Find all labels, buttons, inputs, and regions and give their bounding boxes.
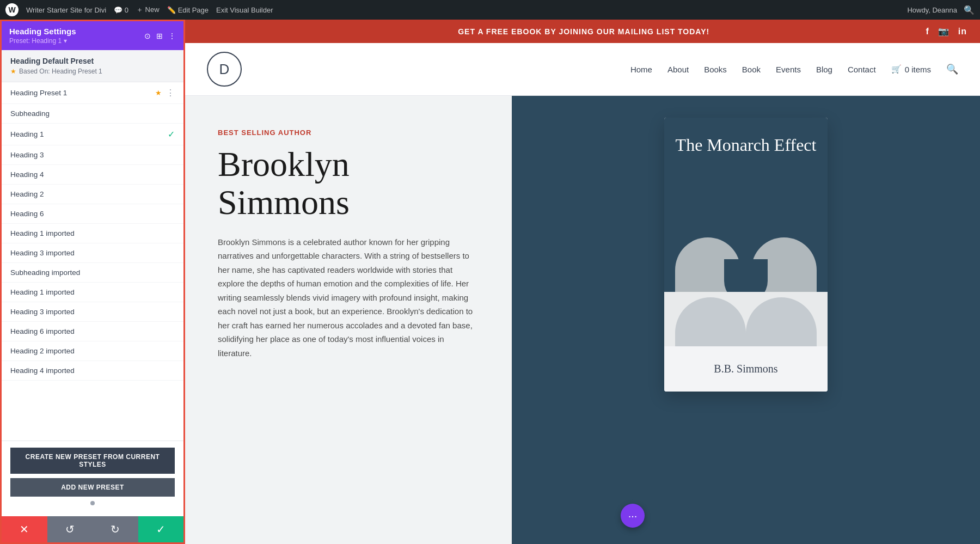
- list-item[interactable]: Heading 2 imported: [2, 341, 183, 361]
- nav-events[interactable]: Events: [776, 65, 801, 74]
- preset-label: Heading 6: [10, 210, 44, 218]
- instagram-icon[interactable]: 📷: [938, 26, 950, 36]
- edit-page-link[interactable]: ✏️ Edit Page: [167, 6, 209, 14]
- star-icon: ★: [155, 89, 162, 97]
- site-nav: D Home About Books Book Events Blog Cont…: [185, 43, 980, 96]
- preset-label: Heading 3: [10, 151, 44, 159]
- cart-count: 0 items: [905, 65, 931, 74]
- more-options-icon[interactable]: ⋮: [166, 88, 175, 98]
- list-item[interactable]: Subheading imported: [2, 263, 183, 283]
- list-item[interactable]: Heading 3 imported: [2, 302, 183, 322]
- list-item[interactable]: Heading Preset 1★⋮: [2, 82, 183, 104]
- undo-button[interactable]: ↺: [47, 516, 93, 542]
- arch-center-gap: [724, 259, 768, 292]
- list-item[interactable]: Heading 1 imported: [2, 283, 183, 302]
- save-button[interactable]: ✓: [138, 516, 184, 542]
- preset-label: Heading 4: [10, 170, 44, 179]
- star-icon: ★: [10, 68, 16, 75]
- list-item[interactable]: Heading 3 imported: [2, 243, 183, 263]
- main-layout: Heading Settings Preset: Heading 1 ▾ ⊙ ⊞…: [0, 20, 980, 544]
- cancel-button[interactable]: ✕: [2, 516, 47, 542]
- hero-section: BEST SELLING AUTHOR BrooklynSimmons Broo…: [185, 96, 980, 544]
- preset-label: Heading 3 imported: [10, 249, 75, 257]
- preset-label: Heading 6 imported: [10, 327, 75, 335]
- panel-icon-view[interactable]: ⊙: [144, 32, 151, 40]
- nav-search-icon[interactable]: 🔍: [946, 63, 958, 75]
- list-item[interactable]: Heading 1✓: [2, 124, 183, 145]
- book-title: The Monarch Effect: [664, 118, 828, 157]
- wordpress-logo[interactable]: W: [5, 3, 19, 16]
- site-logo[interactable]: D: [207, 52, 242, 87]
- preset-label: Heading 1: [10, 130, 44, 138]
- panel-icon-columns[interactable]: ⊞: [156, 32, 163, 40]
- admin-search-icon[interactable]: 🔍: [964, 5, 975, 15]
- best-selling-label: BEST SELLING AUTHOR: [218, 129, 479, 137]
- banner-text: GET A FREE EBOOK BY JOINING OUR MAILING …: [242, 27, 926, 36]
- list-item[interactable]: Heading 4 imported: [2, 361, 183, 381]
- facebook-icon[interactable]: f: [926, 27, 929, 36]
- list-item[interactable]: Heading 6 imported: [2, 322, 183, 341]
- list-item[interactable]: Heading 4: [2, 165, 183, 185]
- heading-settings-panel: Heading Settings Preset: Heading 1 ▾ ⊙ ⊞…: [0, 20, 185, 544]
- nav-blog[interactable]: Blog: [816, 65, 832, 74]
- wp-logo-letter: W: [8, 5, 15, 14]
- preset-label: Heading 1 imported: [10, 288, 75, 296]
- redo-button[interactable]: ↻: [93, 516, 138, 542]
- preset-label: Heading 3 imported: [10, 308, 75, 316]
- new-link[interactable]: ＋ New: [136, 5, 160, 15]
- comments-link[interactable]: 💬 0: [114, 6, 128, 14]
- preset-label: Heading 4 imported: [10, 366, 75, 375]
- hero-right: The Monarch Effect B.B. Simmons: [512, 96, 980, 544]
- panel-preset-label[interactable]: Preset: Heading 1 ▾: [9, 37, 76, 45]
- exit-builder-link[interactable]: Exit Visual Builder: [216, 6, 273, 14]
- default-preset-section: Heading Default Preset ★ Based On: Headi…: [2, 50, 183, 82]
- book-cover: The Monarch Effect: [664, 118, 828, 292]
- hero-content: BEST SELLING AUTHOR BrooklynSimmons Broo…: [185, 96, 512, 544]
- dot-indicator: [10, 497, 175, 510]
- arch-bottom-right: [746, 297, 817, 346]
- cart-icon: 🛒: [891, 64, 902, 74]
- nav-home[interactable]: Home: [630, 65, 652, 74]
- author-bio: Brooklyn Simmons is a celebrated author …: [218, 235, 479, 360]
- panel-icon-more[interactable]: ⋮: [168, 32, 176, 40]
- nav-books[interactable]: Books: [704, 65, 727, 74]
- nav-contact[interactable]: Contact: [848, 65, 876, 74]
- create-preset-button[interactable]: CREATE NEW PRESET FROM CURRENT STYLES: [10, 448, 175, 474]
- panel-title: Heading Settings: [9, 27, 76, 36]
- panel-header: Heading Settings Preset: Heading 1 ▾ ⊙ ⊞…: [2, 21, 183, 50]
- preset-item-right: ★⋮: [155, 88, 175, 98]
- preset-item-right: ✓: [168, 129, 175, 139]
- list-item[interactable]: Heading 2: [2, 185, 183, 204]
- panel-icons: ⊙ ⊞ ⋮: [144, 32, 176, 40]
- list-item[interactable]: Heading 1 imported: [2, 224, 183, 243]
- linkedin-icon[interactable]: in: [958, 27, 967, 36]
- nav-book[interactable]: Book: [742, 65, 761, 74]
- preset-label: Heading 1 imported: [10, 229, 75, 237]
- check-icon: ✓: [168, 129, 175, 139]
- website-preview: GET A FREE EBOOK BY JOINING OUR MAILING …: [185, 20, 980, 544]
- default-preset-title: Heading Default Preset: [10, 57, 175, 65]
- preset-label: Heading 2 imported: [10, 347, 75, 355]
- preset-label: Heading 2: [10, 190, 44, 198]
- top-banner: GET A FREE EBOOK BY JOINING OUR MAILING …: [185, 20, 980, 43]
- list-item[interactable]: Heading 3: [2, 145, 183, 165]
- site-name-link[interactable]: Writer Starter Site for Divi: [26, 6, 106, 14]
- based-on-label: ★ Based On: Heading Preset 1: [10, 68, 175, 75]
- nav-about[interactable]: About: [667, 65, 689, 74]
- nav-cart[interactable]: 🛒 0 items: [891, 64, 931, 74]
- book-card: The Monarch Effect B.B. Simmons: [664, 118, 828, 392]
- panel-footer: CREATE NEW PRESET FROM CURRENT STYLES AD…: [2, 441, 183, 516]
- book-bottom: B.B. Simmons: [664, 346, 828, 392]
- howdy-label: Howdy, Deanna: [907, 6, 957, 14]
- preset-label: Heading Preset 1: [10, 89, 67, 97]
- list-item[interactable]: Subheading: [2, 104, 183, 124]
- logo-letter: D: [219, 61, 230, 78]
- author-name-heading: BrooklynSimmons: [218, 145, 479, 222]
- social-icons: f 📷 in: [926, 26, 967, 36]
- presets-list: Heading Preset 1★⋮SubheadingHeading 1✓He…: [2, 82, 183, 441]
- add-preset-button[interactable]: ADD NEW PRESET: [10, 478, 175, 497]
- list-item[interactable]: Heading 6: [2, 204, 183, 224]
- preset-label: Subheading: [10, 109, 50, 118]
- nav-links: Home About Books Book Events Blog Contac…: [630, 63, 958, 75]
- fab-button[interactable]: ···: [621, 504, 645, 528]
